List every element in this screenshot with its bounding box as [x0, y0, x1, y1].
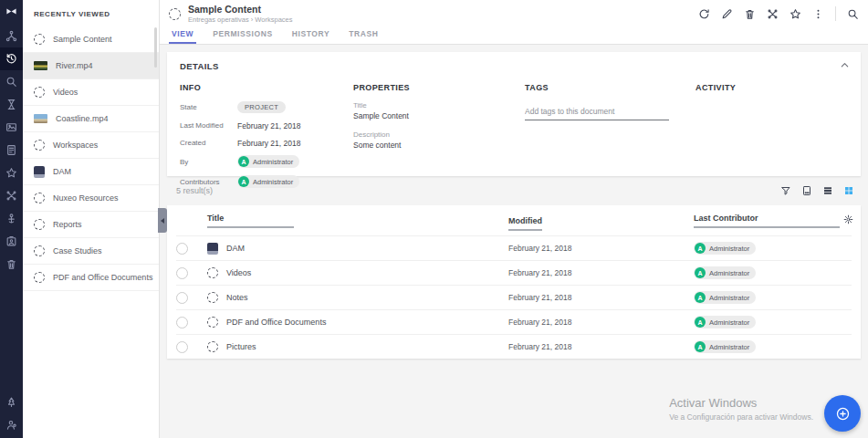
row-select-radio[interactable] — [176, 267, 188, 279]
sidebar-item[interactable]: DAM — [23, 159, 159, 185]
folder-icon — [207, 292, 218, 303]
row-modified: February 21, 2018 — [508, 318, 694, 327]
rail-item-user-settings[interactable] — [0, 413, 23, 436]
rail-item-tasks[interactable] — [0, 93, 23, 116]
more-icon[interactable] — [812, 8, 824, 20]
rail-item-personal-space[interactable] — [0, 230, 23, 253]
avatar: A — [238, 176, 249, 187]
info-row: StatePROJECT — [180, 101, 353, 113]
user-chip[interactable]: AAdministrator — [694, 291, 756, 304]
row-select-cell — [176, 317, 207, 328]
table-row[interactable]: NotesFebruary 21, 2018AAdministrator — [176, 285, 852, 309]
user-chip[interactable]: AAdministrator — [694, 316, 756, 328]
property-value: Some content — [353, 141, 525, 150]
user-name: Administrator — [709, 343, 749, 351]
rail-item-browse[interactable] — [0, 25, 23, 47]
column-last-contributor[interactable]: Last Contributor — [694, 214, 840, 228]
tab-history[interactable]: HISTORY — [289, 29, 333, 44]
sync-icon[interactable] — [698, 8, 710, 20]
row-title-cell: Videos — [207, 267, 508, 278]
properties-heading: PROPERTIES — [353, 83, 525, 92]
user-chip[interactable]: AAdministrator — [237, 175, 299, 188]
avatar: A — [695, 267, 706, 278]
row-modified: February 21, 2018 — [508, 268, 694, 277]
sidebar-item[interactable]: Reports — [23, 212, 159, 238]
info-row: ContributorsAAdministrator — [180, 175, 353, 188]
delete-icon[interactable] — [744, 8, 756, 20]
column-settings-gear-icon[interactable] — [843, 214, 853, 224]
breadcrumb[interactable]: Entregas operativas › Workspaces — [188, 16, 293, 24]
tags-input[interactable] — [525, 104, 669, 120]
tab-view[interactable]: VIEW — [169, 29, 196, 44]
user-chip[interactable]: AAdministrator — [694, 242, 756, 255]
user-chip[interactable]: AAdministrator — [237, 155, 299, 168]
rail-item-collections[interactable] — [0, 207, 23, 230]
sidebar-item[interactable]: Workspaces — [23, 132, 159, 159]
sidebar-scrollbar[interactable] — [154, 27, 157, 68]
tab-permissions[interactable]: PERMISSIONS — [210, 29, 276, 44]
tab-trash[interactable]: TRASH — [346, 29, 381, 44]
row-select-radio[interactable] — [176, 243, 188, 255]
row-select-radio[interactable] — [176, 317, 188, 328]
video-thumbnail-icon — [34, 61, 47, 70]
info-label: Last Modified — [180, 121, 237, 130]
sidebar-item[interactable]: PDF and Office Documents — [23, 265, 159, 291]
app-rail — [0, 0, 23, 438]
row-select-radio[interactable] — [176, 292, 188, 304]
table-row[interactable]: VideosFebruary 21, 2018AAdministrator — [176, 260, 852, 285]
avatar: A — [238, 156, 249, 167]
property-label: Title — [353, 101, 525, 110]
table-row[interactable]: PicturesFebruary 21, 2018AAdministrator — [176, 334, 852, 359]
rail-item-nuxeo-logo[interactable] — [0, 0, 23, 25]
rail-item-assets[interactable] — [0, 116, 23, 139]
sidebar-item-label: PDF and Office Documents — [53, 273, 152, 282]
row-title-cell: PDF and Office Documents — [207, 317, 508, 328]
table-row[interactable]: PDF and Office DocumentsFebruary 21, 201… — [176, 309, 852, 334]
collections-icon — [5, 213, 17, 224]
info-row: ByAAdministrator — [180, 155, 353, 168]
drawer-collapse-handle[interactable] — [158, 208, 167, 233]
sidebar-item[interactable]: River.mp4 — [23, 53, 159, 79]
column-title[interactable]: Title — [207, 214, 294, 228]
sidebar-item[interactable]: Sample Content — [23, 26, 159, 53]
sidebar-item-label: DAM — [53, 167, 71, 176]
table-row[interactable]: DAMFebruary 21, 2018AAdministrator — [176, 235, 852, 260]
row-select-radio[interactable] — [176, 341, 188, 353]
row-title-cell: Notes — [207, 292, 508, 303]
rail-item-admin[interactable] — [0, 391, 23, 413]
edit-icon[interactable] — [721, 8, 733, 20]
tags-heading: TAGS — [525, 83, 695, 92]
row-modified: February 21, 2018 — [508, 244, 694, 253]
image-thumbnail-icon — [34, 114, 47, 123]
row-title-cell: DAM — [207, 243, 508, 255]
user-chip[interactable]: AAdministrator — [694, 340, 756, 353]
rail-item-notes[interactable] — [0, 139, 23, 162]
sidebar-item-label: Case Studies — [53, 246, 102, 256]
row-contributor-cell: AAdministrator — [694, 316, 852, 328]
sidebar-item[interactable]: Coastline.mp4 — [23, 106, 159, 132]
sidebar-item[interactable]: Videos — [23, 79, 159, 106]
add-content-fab[interactable] — [824, 395, 861, 432]
folder-icon — [207, 341, 218, 352]
rail-item-trash[interactable] — [0, 253, 23, 276]
row-select-cell — [176, 292, 207, 304]
info-label: Created — [180, 139, 237, 147]
details-grid: INFO StatePROJECTLast ModifiedFebruary 2… — [180, 83, 848, 195]
workflow-icon[interactable] — [767, 8, 779, 20]
recently-viewed-list: Sample ContentRiver.mp4VideosCoastline.m… — [23, 26, 159, 291]
search-icon[interactable] — [847, 8, 859, 20]
user-chip[interactable]: AAdministrator — [694, 266, 756, 279]
rail-item-favorites[interactable] — [0, 162, 23, 184]
rail-item-search[interactable] — [0, 70, 23, 93]
rail-item-recently-viewed[interactable] — [0, 47, 23, 70]
column-modified[interactable]: Modified — [508, 216, 542, 231]
favorite-icon[interactable] — [790, 8, 801, 20]
user-name: Administrator — [709, 269, 749, 277]
sidebar-item[interactable]: Case Studies — [23, 238, 159, 265]
sidebar-item[interactable]: Nuxeo Resources — [23, 185, 159, 212]
rail-item-workflow[interactable] — [0, 184, 23, 207]
sidebar-item-label: Reports — [53, 220, 82, 229]
row-title: DAM — [226, 244, 245, 253]
state-chip: PROJECT — [237, 101, 286, 113]
chevron-up-icon[interactable] — [840, 60, 850, 70]
